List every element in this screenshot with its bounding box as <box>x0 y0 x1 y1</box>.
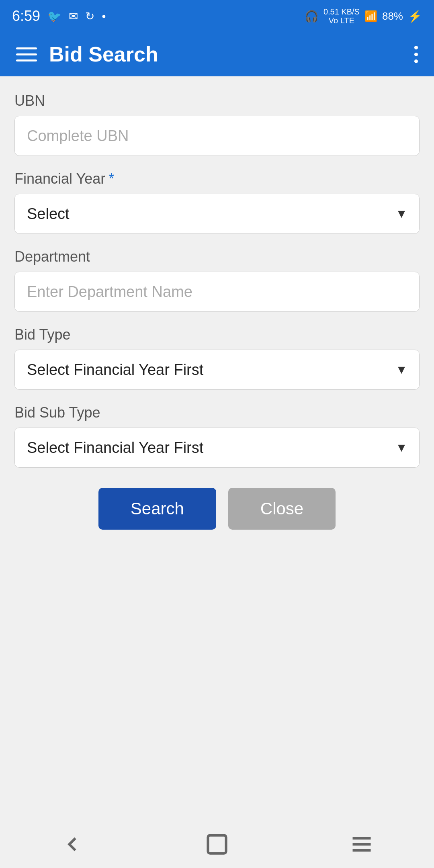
menu-lines-icon <box>350 832 374 856</box>
financial-year-label: Financial Year* <box>14 170 420 187</box>
status-left: 6:59 🐦 ✉ ↻ ● <box>12 8 106 25</box>
status-bar: 6:59 🐦 ✉ ↻ ● 🎧 0.51 KB/S Vo LTE 📶 88% ⚡ <box>0 0 434 32</box>
bid-type-select[interactable]: Select Financial Year First <box>14 350 420 390</box>
back-icon <box>60 832 84 856</box>
more-options-icon[interactable] <box>414 46 418 63</box>
status-time: 6:59 <box>12 8 40 25</box>
app-bar: Bid Search <box>0 32 434 76</box>
search-button[interactable]: Search <box>98 488 216 530</box>
hamburger-menu-icon[interactable] <box>16 47 37 61</box>
bottom-navigation <box>0 820 434 868</box>
status-right: 🎧 0.51 KB/S Vo LTE 📶 88% ⚡ <box>305 7 422 25</box>
bid-type-label: Bid Type <box>14 326 420 343</box>
battery-level: 88% <box>382 10 403 23</box>
financial-year-select[interactable]: Select <box>14 194 420 234</box>
ubn-input[interactable] <box>14 116 420 156</box>
home-square-icon <box>205 832 229 856</box>
home-button[interactable] <box>201 828 233 860</box>
ubn-field-group: UBN <box>14 92 420 156</box>
mail-icon: ✉ <box>69 10 78 23</box>
svg-rect-0 <box>208 835 226 853</box>
signal-icon: 📶 <box>364 10 377 23</box>
ubn-label: UBN <box>14 92 420 109</box>
bid-type-select-wrapper: Select Financial Year First ▼ <box>14 350 420 390</box>
page-title: Bid Search <box>49 42 414 66</box>
required-asterisk: * <box>108 170 114 187</box>
department-field-group: Department <box>14 248 420 312</box>
bid-sub-type-select[interactable]: Select Financial Year First <box>14 428 420 468</box>
main-content: UBN Financial Year* Select ▼ Department … <box>0 76 434 546</box>
bid-sub-type-select-wrapper: Select Financial Year First ▼ <box>14 428 420 468</box>
menu-button[interactable] <box>346 828 378 860</box>
bid-type-field-group: Bid Type Select Financial Year First ▼ <box>14 326 420 390</box>
action-buttons: Search Close <box>14 488 420 530</box>
back-button[interactable] <box>56 828 88 860</box>
charging-icon: ⚡ <box>408 10 422 23</box>
headset-icon: 🎧 <box>305 10 319 23</box>
network-speed: 0.51 KB/S Vo LTE <box>323 7 360 25</box>
department-input[interactable] <box>14 272 420 312</box>
bid-sub-type-field-group: Bid Sub Type Select Financial Year First… <box>14 404 420 468</box>
close-button[interactable]: Close <box>228 488 336 530</box>
financial-year-field-group: Financial Year* Select ▼ <box>14 170 420 234</box>
financial-year-select-wrapper: Select ▼ <box>14 194 420 234</box>
dot-icon: ● <box>102 12 106 20</box>
department-label: Department <box>14 248 420 265</box>
bid-sub-type-label: Bid Sub Type <box>14 404 420 421</box>
sync-icon: ↻ <box>85 10 94 23</box>
facebook-icon: 🐦 <box>47 10 61 23</box>
